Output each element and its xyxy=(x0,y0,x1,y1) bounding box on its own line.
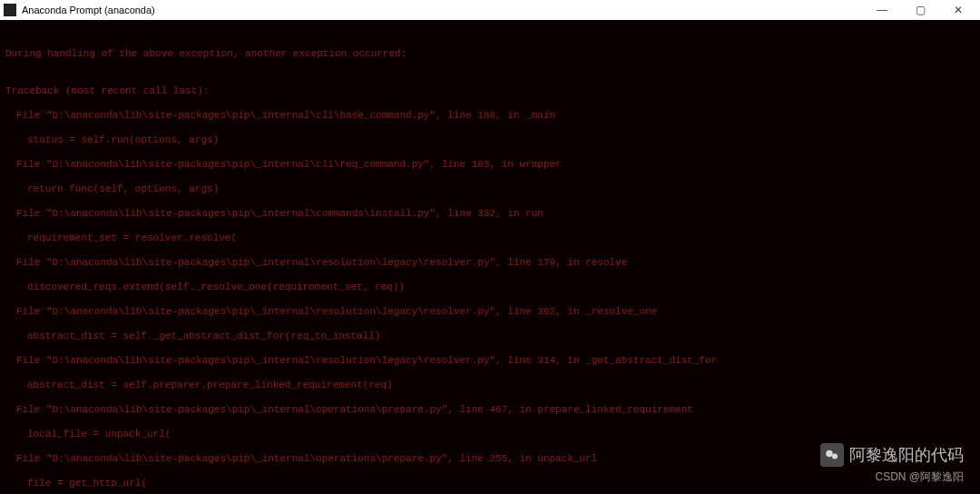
terminal-line: file = get_http_url( xyxy=(5,478,975,490)
maximize-button[interactable]: ▢ xyxy=(909,2,931,18)
terminal-line: File "D:\anaconda\lib\site-packages\pip\… xyxy=(5,257,975,270)
window-title: Anaconda Prompt (anaconda) xyxy=(22,5,155,15)
close-button[interactable]: ✕ xyxy=(947,2,969,18)
terminal-line: abstract_dist = self.preparer.prepare_li… xyxy=(5,380,975,392)
terminal-line: File "D:\anaconda\lib\site-packages\pip\… xyxy=(5,159,975,172)
wechat-icon xyxy=(820,443,844,467)
terminal-line: Traceback (most recent call last): xyxy=(5,85,975,98)
terminal-output[interactable]: During handling of the above exception, … xyxy=(0,20,980,494)
titlebar[interactable]: Anaconda Prompt (anaconda) — ▢ ✕ xyxy=(0,0,980,20)
terminal-line: requirement_set = resolver.resolve( xyxy=(5,232,975,245)
terminal-line: local_file = unpack_url( xyxy=(5,429,975,441)
watermark-text: 阿黎逸阳的代码 xyxy=(849,444,964,466)
app-icon xyxy=(4,4,16,16)
terminal-line: During handling of the above exception, … xyxy=(5,48,975,61)
terminal-line: File "D:\anaconda\lib\site-packages\pip\… xyxy=(5,110,975,123)
terminal-line: discovered_reqs.extend(self._resolve_one… xyxy=(5,282,975,294)
terminal-line: abstract_dist = self._get_abstract_dist_… xyxy=(5,331,975,343)
svg-point-1 xyxy=(832,454,838,459)
watermark: 阿黎逸阳的代码 xyxy=(820,443,964,467)
window-controls: — ▢ ✕ xyxy=(871,2,976,18)
svg-point-0 xyxy=(826,450,833,458)
csdn-watermark: CSDN @阿黎逸阳 xyxy=(875,469,964,485)
terminal-line: File "D:\anaconda\lib\site-packages\pip\… xyxy=(5,355,975,368)
terminal-line: File "D:\anaconda\lib\site-packages\pip\… xyxy=(5,306,975,319)
window: Anaconda Prompt (anaconda) — ▢ ✕ During … xyxy=(0,0,980,494)
terminal-line: File "D:\anaconda\lib\site-packages\pip\… xyxy=(5,404,975,417)
terminal-line: status = self.run(options, args) xyxy=(5,134,975,147)
minimize-button[interactable]: — xyxy=(871,2,893,18)
terminal-line: File "D:\anaconda\lib\site-packages\pip\… xyxy=(5,208,975,221)
terminal-line: return func(self, options, args) xyxy=(5,183,975,196)
